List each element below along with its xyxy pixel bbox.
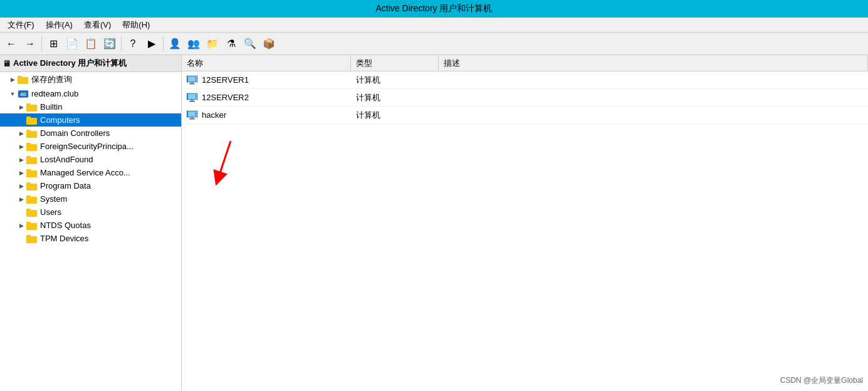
expand-arrow[interactable]: ▶: [18, 182, 25, 190]
table-row[interactable]: 12SERVER1 计算机: [182, 71, 868, 89]
folder-icon: [26, 116, 38, 125]
tree-label: Users: [40, 207, 61, 217]
expand-arrow[interactable]: ▶: [18, 103, 25, 111]
toolbar-btn-new-user[interactable]: 👤: [166, 35, 184, 53]
expand-arrow[interactable]: ▶: [9, 76, 16, 83]
toolbar-btn-properties[interactable]: 📋: [82, 35, 100, 53]
toolbar-separator: [163, 36, 164, 51]
tree-root[interactable]: 🖥 Active Directory 用户和计算机: [0, 55, 181, 72]
tree-label: Computers: [40, 115, 80, 125]
tree-item-tpm-devices[interactable]: TPM Devices: [0, 232, 181, 245]
toolbar-btn-refresh[interactable]: 🔄: [101, 35, 118, 53]
svg-rect-29: [189, 83, 195, 85]
tree-item-domain-controllers[interactable]: ▶ Domain Controllers: [0, 127, 181, 140]
tree-label: Managed Service Acco...: [40, 168, 130, 177]
svg-rect-42: [187, 110, 187, 118]
toolbar-btn-new-group[interactable]: 👥: [185, 35, 202, 53]
svg-rect-23: [26, 222, 31, 224]
folder-icon: [18, 75, 29, 84]
menu-item-H[interactable]: 帮助(H): [117, 18, 155, 32]
table-row[interactable]: 12SERVER2 计算机: [182, 89, 868, 107]
col-header-type[interactable]: 类型: [351, 55, 439, 71]
tree-label: TPM Devices: [40, 234, 88, 243]
tree-item-ntds-quotas[interactable]: ▶ NTDS Quotas: [0, 219, 181, 232]
table-row[interactable]: hacker 计算机: [182, 107, 868, 124]
tree-item-foreign-security[interactable]: ▶ ForeignSecurityPrincipa...: [0, 140, 181, 153]
expand-arrow[interactable]: ▶: [18, 196, 25, 203]
folder-icon: [26, 208, 38, 217]
toolbar-separator: [121, 36, 122, 51]
svg-rect-15: [26, 169, 31, 172]
folder-icon: [26, 182, 38, 190]
toolbar-btn-run[interactable]: ▶: [143, 35, 160, 53]
svg-rect-40: [191, 117, 194, 118]
column-headers: 名称类型描述: [182, 55, 868, 71]
svg-rect-41: [189, 118, 195, 120]
tree-label: Program Data: [40, 181, 91, 190]
svg-rect-7: [26, 117, 31, 119]
computer-icon: [187, 75, 198, 85]
col-header-desc[interactable]: 描述: [439, 55, 868, 71]
menu-item-F[interactable]: 文件(F): [3, 18, 39, 32]
toolbar-btn-new-ou[interactable]: 📁: [204, 35, 221, 53]
toolbar-btn-back[interactable]: ←: [3, 35, 20, 53]
folder-icon: [26, 195, 38, 204]
tree-label: redteam.club: [31, 89, 78, 98]
expand-arrow[interactable]: ▼: [9, 90, 16, 98]
tree-label: LostAndFound: [40, 155, 93, 164]
cell-type: 计算机: [351, 75, 439, 86]
tree-item-builtin[interactable]: ▶ Builtin: [0, 100, 181, 113]
folder-icon: [26, 234, 38, 243]
svg-rect-27: [188, 76, 196, 81]
toolbar-btn-search[interactable]: 🔍: [241, 35, 259, 53]
svg-rect-39: [188, 112, 196, 117]
folder-icon: [26, 169, 38, 177]
title-bar: Active Directory 用户和计算机: [0, 0, 868, 18]
tree-label: Domain Controllers: [40, 128, 110, 138]
folder-icon: [26, 142, 38, 151]
svg-text:AD: AD: [20, 92, 26, 96]
cell-type: 计算机: [351, 92, 439, 103]
tree-item-computers[interactable]: Computers: [0, 113, 181, 127]
title-text: Active Directory 用户和计算机: [376, 3, 493, 14]
folder-icon: [26, 221, 38, 230]
menu-item-V[interactable]: 查看(V): [79, 18, 116, 32]
svg-rect-11: [26, 143, 31, 145]
col-header-name[interactable]: 名称: [182, 55, 351, 71]
menu-item-A[interactable]: 操作(A): [41, 18, 78, 32]
tree-item-managed-service[interactable]: ▶ Managed Service Acco...: [0, 166, 181, 179]
expand-arrow[interactable]: ▶: [18, 130, 25, 137]
toolbar-btn-filter[interactable]: ⚗: [222, 35, 240, 53]
expand-arrow[interactable]: ▶: [18, 143, 25, 150]
tree-item-program-data[interactable]: ▶ Program Data: [0, 179, 181, 192]
tree-item-redteam-club[interactable]: ▼ AD redteam.club: [0, 87, 181, 100]
tree-item-saved-queries[interactable]: ▶ 保存的查询: [0, 72, 181, 87]
tree-label: NTDS Quotas: [40, 221, 91, 230]
toolbar-btn-show-tree[interactable]: ⊞: [44, 35, 62, 53]
svg-rect-13: [26, 156, 31, 159]
svg-rect-43: [197, 110, 197, 118]
expand-arrow[interactable]: ▶: [18, 169, 25, 177]
toolbar-btn-forward[interactable]: →: [21, 35, 39, 53]
svg-rect-5: [26, 103, 31, 106]
svg-rect-35: [189, 101, 195, 102]
cell-name: 12SERVER2: [182, 93, 351, 103]
svg-rect-34: [191, 100, 194, 101]
expand-arrow[interactable]: ▶: [18, 222, 25, 229]
cell-type: 计算机: [351, 110, 439, 121]
toolbar-btn-help[interactable]: ?: [124, 35, 142, 53]
tree-item-lost-and-found[interactable]: ▶ LostAndFound: [0, 153, 181, 166]
toolbar-btn-new-obj[interactable]: 📄: [63, 35, 81, 53]
svg-rect-17: [26, 182, 31, 185]
tree-item-system[interactable]: ▶ System: [0, 192, 181, 206]
cell-name: 12SERVER1: [182, 75, 351, 85]
tree-item-users[interactable]: Users: [0, 206, 181, 219]
svg-rect-31: [197, 75, 197, 83]
svg-rect-28: [191, 82, 194, 83]
computer-icon: [187, 93, 198, 103]
toolbar-btn-move[interactable]: 📦: [260, 35, 278, 53]
svg-rect-36: [187, 93, 187, 100]
content-panel: 名称类型描述 12SERVER1 计算机 12SERVER2 计算机: [182, 55, 868, 391]
expand-arrow[interactable]: ▶: [18, 156, 25, 164]
computer-icon: [187, 110, 198, 120]
